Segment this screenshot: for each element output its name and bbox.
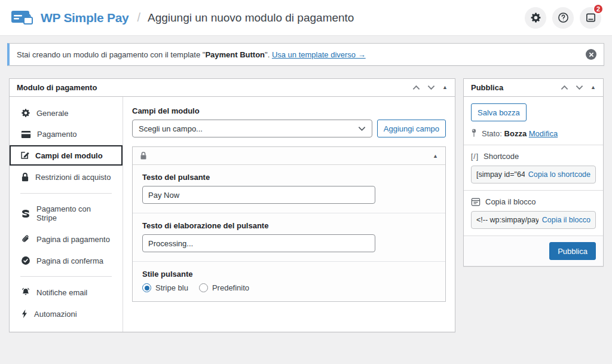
sidebar-item-label: Restrizioni di acquisto <box>35 173 111 182</box>
sidebar-item-label: Pagamento <box>37 130 77 139</box>
field-type-select[interactable]: Scegli un campo... <box>132 120 372 137</box>
sidebar-item-label: Automazioni <box>34 310 77 319</box>
block-label-row: Copia il blocco <box>471 197 596 206</box>
gear-icon <box>21 108 30 118</box>
sidebar-item-pagamento-con-stripe[interactable]: Pagamento con Stripe <box>10 198 123 228</box>
inbox-icon <box>585 12 596 23</box>
move-up-icon[interactable] <box>561 85 568 90</box>
shortcode-box: [simpay id="649"] Copia lo shortcode <box>471 166 596 183</box>
top-bar: WP Simple Pay / Aggiungi un nuovo modulo… <box>0 0 612 36</box>
content-columns: Modulo di pagamento ▲ Generale Pagamento <box>9 78 604 332</box>
collapse-toggle-icon[interactable]: ▲ <box>433 153 438 159</box>
sidebar-item-generale[interactable]: Generale <box>10 102 123 124</box>
block-icon <box>471 198 481 206</box>
dismiss-notice-button[interactable] <box>586 49 596 60</box>
select-value: Scegli un campo... <box>139 124 203 133</box>
status-text: Stato: Bozza Modifica <box>482 129 558 138</box>
move-down-icon[interactable] <box>427 85 435 90</box>
shortcode-icon: [/] <box>471 152 479 161</box>
block-section: Copia il blocco <!-- wp:simpay/payme... … <box>464 191 603 236</box>
lock-icon <box>21 172 29 182</box>
block-value: <!-- wp:simpay/payme... <box>476 216 538 224</box>
shortcode-section: [/] Shortcode [simpay id="649"] Copia lo… <box>464 145 603 191</box>
publish-metabox-header: Pubblica ▲ <box>464 79 603 97</box>
status-value: Bozza <box>504 129 527 138</box>
button-style-options: Stripe blu Predefinito <box>142 283 436 292</box>
page-title: Aggiungi un nuovo modulo di pagamento <box>148 11 354 25</box>
publish-metabox-title: Pubblica <box>471 83 503 92</box>
button-style-field: Stile pulsante Stripe blu Predefinito <box>133 262 445 301</box>
form-metabox-title: Modulo di pagamento <box>17 83 97 92</box>
brand-name: WP Simple Pay <box>41 11 128 25</box>
radio-predefinito[interactable]: Predefinito <box>199 283 249 292</box>
sidebar-item-label: Pagina di conferma <box>36 256 103 265</box>
notification-badge: 2 <box>593 4 604 14</box>
bolt-icon <box>21 309 28 319</box>
radio-selected-icon <box>142 283 151 292</box>
edit-icon <box>20 151 29 160</box>
sidebar-item-label: Pagina di pagamento <box>36 235 110 244</box>
publish-button[interactable]: Pubblica <box>549 242 596 260</box>
pin-icon <box>471 129 477 138</box>
topbar-actions: 2 <box>525 7 601 29</box>
change-template-link[interactable]: Usa un template diverso → <box>272 50 366 59</box>
radio-unselected-icon <box>199 283 208 292</box>
notifications-button[interactable]: 2 <box>580 7 601 29</box>
payment-form-metabox: Modulo di pagamento ▲ Generale Pagamento <box>9 78 455 332</box>
radio-stripe-blu[interactable]: Stripe blu <box>142 283 188 292</box>
collapse-toggle-icon[interactable]: ▲ <box>590 85 596 90</box>
publish-metabox-tools: ▲ <box>561 85 596 90</box>
move-down-icon[interactable] <box>576 85 583 90</box>
field-label: Testo del pulsante <box>142 173 436 182</box>
button-text-input[interactable] <box>142 186 375 204</box>
wp-simple-pay-logo-icon <box>11 9 35 27</box>
shortcode-value: [simpay id="649"] <box>476 170 525 179</box>
chevron-down-icon <box>358 126 366 131</box>
lock-icon <box>140 151 147 160</box>
add-field-row: Scegli un campo... Aggiungi campo <box>132 120 446 137</box>
form-metabox-header: Modulo di pagamento ▲ <box>10 79 455 97</box>
sidebar-item-restrizioni-di-acquisto[interactable]: Restrizioni di acquisto <box>10 166 123 188</box>
copy-block-button[interactable]: Copia il blocco <box>542 216 590 224</box>
brand[interactable]: WP Simple Pay <box>11 9 128 27</box>
template-name: Payment Button <box>205 50 265 59</box>
edit-status-link[interactable]: Modifica <box>529 129 558 138</box>
form-metabox-tools: ▲ <box>412 85 448 90</box>
field-label: Stile pulsante <box>142 270 436 279</box>
move-up-icon[interactable] <box>412 85 420 90</box>
sidebar-item-label: Pagamento con Stripe <box>36 204 111 222</box>
sidebar-item-label: Generale <box>36 109 68 118</box>
sidebar-item-label: Notifiche email <box>36 288 87 297</box>
publish-metabox: Pubblica ▲ Salva bozza Stato: Bozza Modi… <box>463 78 604 267</box>
block-label: Copia il blocco <box>485 197 536 206</box>
collapse-toggle-icon[interactable]: ▲ <box>442 85 448 90</box>
paperclip-icon <box>21 234 30 244</box>
notice-text: Stai creando un modulo di pagamento con … <box>17 50 366 59</box>
form-builder-body: Generale Pagamento Campi del modulo Rest… <box>10 97 455 332</box>
block-box: <!-- wp:simpay/payme... Copia il blocco <box>471 211 596 229</box>
sidebar-item-pagina-di-pagamento[interactable]: Pagina di pagamento <box>10 228 123 250</box>
sidebar-item-campi-del-modulo[interactable]: Campi del modulo <box>10 145 123 166</box>
sidebar-item-notifiche-email[interactable]: Notifiche email <box>10 282 123 303</box>
gear-icon <box>530 12 541 23</box>
bell-icon <box>21 287 30 297</box>
accordion-header[interactable]: ▲ <box>133 147 445 165</box>
sidebar-item-pagina-di-conferma[interactable]: Pagina di conferma <box>10 250 123 271</box>
breadcrumb-separator: / <box>137 11 140 25</box>
save-draft-button[interactable]: Salva bozza <box>471 103 527 121</box>
processing-text-input[interactable] <box>142 234 375 252</box>
add-field-button[interactable]: Aggiungi campo <box>377 120 446 137</box>
template-notice: Stai creando un modulo di pagamento con … <box>7 43 604 66</box>
form-fields-content: Campi del modulo Scegli un campo... Aggi… <box>123 97 455 332</box>
sidebar-divider <box>20 276 112 277</box>
sidebar-divider <box>20 193 112 194</box>
sidebar-item-automazioni[interactable]: Automazioni <box>10 303 123 325</box>
sidebar-item-pagamento[interactable]: Pagamento <box>10 124 123 145</box>
button-text-field: Testo del pulsante <box>133 165 445 213</box>
sidebar-item-label: Campi del modulo <box>35 151 103 160</box>
settings-button[interactable] <box>525 7 546 29</box>
payment-button-accordion: ▲ Testo del pulsante Testo di elaborazio… <box>132 146 446 302</box>
copy-shortcode-button[interactable]: Copia lo shortcode <box>528 170 590 179</box>
help-button[interactable] <box>552 7 574 29</box>
shortcode-label-row: [/] Shortcode <box>471 152 596 161</box>
